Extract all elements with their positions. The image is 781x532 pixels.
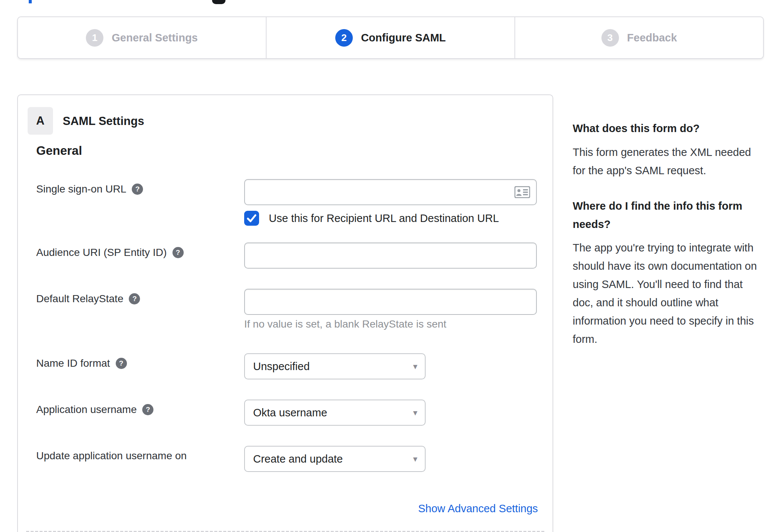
name-id-format-value: Unspecified bbox=[253, 360, 310, 373]
step-number-badge: 3 bbox=[601, 29, 619, 47]
show-advanced-settings-link[interactable]: Show Advanced Settings bbox=[418, 503, 538, 515]
saml-settings-panel: A SAML Settings General Single sign-on U… bbox=[17, 94, 553, 532]
step-general-settings[interactable]: 1 General Settings bbox=[18, 17, 266, 58]
sso-url-label: Single sign-on URL ? bbox=[36, 183, 143, 195]
help-icon[interactable]: ? bbox=[132, 184, 143, 195]
application-username-value: Okta username bbox=[253, 407, 327, 419]
step-label: Feedback bbox=[627, 32, 677, 44]
recipient-url-checkbox[interactable] bbox=[244, 211, 259, 226]
caret-down-icon: ▾ bbox=[413, 408, 417, 418]
step-label: General Settings bbox=[112, 32, 197, 44]
contact-card-icon bbox=[514, 186, 530, 198]
wizard-stepper: 1 General Settings 2 Configure SAML 3 Fe… bbox=[17, 16, 764, 59]
update-username-value: Create and update bbox=[253, 453, 343, 465]
sidebar-section1-body: This form generates the XML needed for t… bbox=[573, 143, 765, 180]
relay-state-label: Default RelayState ? bbox=[36, 293, 140, 305]
panel-title: SAML Settings bbox=[63, 115, 144, 128]
audience-uri-label: Audience URI (SP Entity ID) ? bbox=[36, 247, 184, 259]
caret-down-icon: ▾ bbox=[413, 454, 417, 464]
step-number-badge: 1 bbox=[86, 29, 103, 47]
relay-state-input[interactable] bbox=[244, 289, 537, 315]
section-a-badge: A bbox=[28, 107, 53, 135]
checkmark-icon bbox=[247, 213, 256, 223]
recipient-url-checkbox-label: Use this for Recipient URL and Destinati… bbox=[269, 212, 499, 225]
caret-down-icon: ▾ bbox=[413, 362, 417, 372]
step-label: Configure SAML bbox=[361, 32, 446, 44]
help-icon[interactable]: ? bbox=[142, 404, 153, 415]
recipient-url-checkbox-row: Use this for Recipient URL and Destinati… bbox=[244, 211, 499, 226]
sso-url-input[interactable] bbox=[244, 179, 537, 205]
help-icon[interactable]: ? bbox=[129, 293, 140, 304]
update-username-select[interactable]: Create and update ▾ bbox=[244, 446, 426, 472]
sso-url-field-wrap bbox=[244, 179, 537, 205]
sidebar-section1-title: What does this form do? bbox=[573, 119, 765, 138]
name-id-format-label: Name ID format ? bbox=[36, 357, 127, 369]
step-number-badge: 2 bbox=[335, 29, 353, 47]
step-feedback[interactable]: 3 Feedback bbox=[514, 17, 763, 58]
general-section-title: General bbox=[36, 144, 82, 158]
application-username-label: Application username ? bbox=[36, 404, 153, 416]
help-icon[interactable]: ? bbox=[172, 247, 184, 258]
help-icon[interactable]: ? bbox=[116, 358, 127, 369]
application-username-select[interactable]: Okta username ▾ bbox=[244, 400, 426, 426]
name-id-format-select[interactable]: Unspecified ▾ bbox=[244, 353, 426, 379]
step-configure-saml[interactable]: 2 Configure SAML bbox=[266, 17, 514, 58]
sidebar-section2-title: Where do I find the info this form needs… bbox=[573, 197, 765, 234]
audience-uri-input[interactable] bbox=[244, 242, 537, 269]
relay-state-helper-text: If no value is set, a blank RelayState i… bbox=[244, 318, 446, 330]
clipped-icon-fragment bbox=[212, 0, 225, 4]
sidebar-section2-body: The app you're trying to integrate with … bbox=[573, 239, 765, 348]
clipped-title-fragment bbox=[29, 0, 32, 3]
update-username-label: Update application username on bbox=[36, 450, 187, 462]
